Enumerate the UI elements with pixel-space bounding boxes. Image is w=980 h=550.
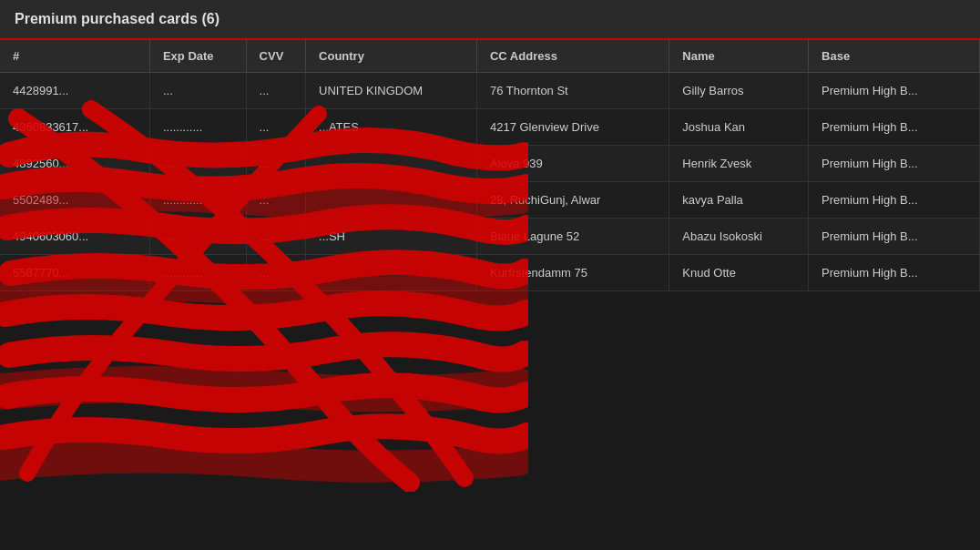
table-row: 5502489..................28, RuchiGunj, … <box>0 182 980 219</box>
cell-cc_address: Kurfrstendamm 75 <box>476 255 669 291</box>
table-container: # Exp Date CVV Country CC Address Name B… <box>0 40 980 291</box>
cell-country: UNITED KINGDOM <box>306 73 477 109</box>
cell-cc_address: 76 Thornton St <box>476 73 669 109</box>
table-row: 4428991.........UNITED KINGDOM76 Thornto… <box>0 73 980 109</box>
table-row: 5587770..................Kurfrstendamm 7… <box>0 255 980 291</box>
cell-card: 4360833617... <box>0 109 149 146</box>
col-header-card: # <box>0 40 149 73</box>
col-header-country: Country <box>306 40 477 73</box>
cell-card: 5587770... <box>0 255 149 291</box>
cell-exp_date: ............ <box>149 109 246 146</box>
cell-card: 4428991... <box>0 73 149 109</box>
cell-name: kavya Palla <box>669 182 809 219</box>
col-header-exp: Exp Date <box>149 40 246 73</box>
cell-cvv: ... <box>246 219 305 255</box>
cell-country: ...SH <box>306 219 477 255</box>
cell-name: Joshua Kan <box>669 109 809 146</box>
cell-cvv: ... <box>246 146 305 182</box>
cell-cvv: ... <box>246 73 305 109</box>
cell-card: 4940603060... <box>0 219 149 255</box>
cell-cc_address: Blaue Lagune 52 <box>476 219 669 255</box>
cell-name: Henrik Zvesk <box>669 146 809 182</box>
table-header-row: # Exp Date CVV Country CC Address Name B… <box>0 40 980 73</box>
cell-card: 4892560... <box>0 146 149 182</box>
cell-base: Premium High B... <box>809 109 980 146</box>
cell-cvv: ... <box>246 255 305 291</box>
cell-exp_date: ... <box>149 146 246 182</box>
cell-exp_date: ............ <box>149 182 246 219</box>
cell-exp_date: ............ <box>149 255 246 291</box>
cards-table: # Exp Date CVV Country CC Address Name B… <box>0 40 980 291</box>
table-row: 4892560.........Alova 939Henrik ZveskPre… <box>0 146 980 182</box>
col-header-name: Name <box>669 40 809 73</box>
cell-cc_address: Alova 939 <box>476 146 669 182</box>
table-row: 4360833617.....................ATES4217 … <box>0 109 980 146</box>
col-header-cc: CC Address <box>476 40 669 73</box>
cell-base: Premium High B... <box>809 73 980 109</box>
col-header-base: Base <box>809 40 980 73</box>
cell-base: Premium High B... <box>809 219 980 255</box>
page-header: Premium purchased cards (6) <box>0 0 980 40</box>
cell-cvv: ... <box>246 182 305 219</box>
cell-country <box>306 182 477 219</box>
cell-cc_address: 4217 Glenview Drive <box>476 109 669 146</box>
page-title: Premium purchased cards (6) <box>15 11 219 26</box>
cell-name: Knud Otte <box>669 255 809 291</box>
cell-base: Premium High B... <box>809 146 980 182</box>
cell-exp_date: ... <box>149 219 246 255</box>
cell-base: Premium High B... <box>809 255 980 291</box>
cell-cc_address: 28, RuchiGunj, Alwar <box>476 182 669 219</box>
cell-name: Abazu Isokoski <box>669 219 809 255</box>
table-row: 4940603060............SHBlaue Lagune 52A… <box>0 219 980 255</box>
cell-exp_date: ... <box>149 73 246 109</box>
col-header-cvv: CVV <box>246 40 305 73</box>
cell-country: ...ATES <box>306 109 477 146</box>
cell-base: Premium High B... <box>809 182 980 219</box>
cell-country <box>306 146 477 182</box>
cell-name: Gilly Barros <box>669 73 809 109</box>
cell-cvv: ... <box>246 109 305 146</box>
cell-card: 5502489... <box>0 182 149 219</box>
cell-country <box>306 255 477 291</box>
